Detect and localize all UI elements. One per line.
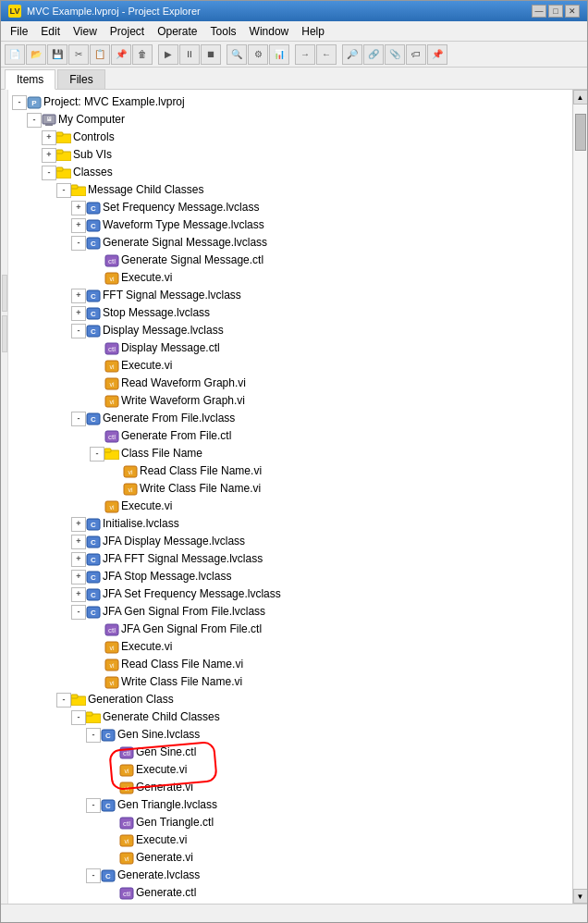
expand-setfreqmsg[interactable]: +: [71, 201, 86, 215]
tree-row-generate-ctl[interactable]: ctl Generate.ctl: [8, 884, 572, 902]
tree-row-stopmsg[interactable]: + C Stop Message.lvclass: [8, 304, 572, 322]
tree-row-gentri[interactable]: - C Gen Triangle.lvclass: [8, 796, 572, 814]
expand-genformfile[interactable]: -: [71, 412, 86, 426]
menu-project[interactable]: Project: [104, 23, 150, 40]
expand-gensine[interactable]: -: [86, 728, 101, 743]
menu-edit[interactable]: Edit: [35, 23, 66, 40]
toolbar-btn-9[interactable]: ⚙: [248, 44, 268, 65]
tree-row-dispmsg[interactable]: - C Display Message.lvclass: [8, 322, 572, 339]
expand-mycomputer[interactable]: -: [27, 113, 42, 128]
tree-row-jfagenfile-ctl[interactable]: ctl JFA Gen Signal From File.ctl: [8, 621, 572, 638]
expand-dispmsg[interactable]: -: [71, 324, 86, 338]
menu-help[interactable]: Help: [296, 23, 330, 40]
tree-row-generate-vi[interactable]: vi Generate.vi: [8, 902, 572, 904]
tree-row-gensignalmsg[interactable]: - C Generate Signal Message.lvclass: [8, 234, 572, 252]
tree-row-mycomputer[interactable]: - 🖥 My Computer: [8, 111, 572, 129]
tree-row-dispmsg-exec[interactable]: vi Execute.vi: [8, 357, 572, 375]
tree-row-genchildclasses[interactable]: - Generate Child Classes: [8, 708, 572, 726]
tree-row-jfadispmsg[interactable]: + C JFA Display Message.lvclass: [8, 533, 572, 550]
tree-row-dispmsg-readwf[interactable]: vi Read Waveform Graph.vi: [8, 375, 572, 392]
tree-row-gensine-ctl[interactable]: ctl Gen Sine.ctl: [8, 744, 572, 761]
expand-gentri[interactable]: -: [86, 798, 101, 813]
tree-row-gensine-gen[interactable]: vi Generate.vi: [8, 779, 572, 796]
menu-view[interactable]: View: [67, 23, 103, 40]
expand-jfagenfile[interactable]: -: [71, 605, 86, 620]
tree-row-classfilename[interactable]: - Class File Name: [8, 445, 572, 462]
left-handle-2[interactable]: [2, 315, 7, 352]
maximize-button[interactable]: □: [548, 5, 563, 18]
toolbar-btn-11[interactable]: →: [295, 44, 315, 65]
menu-tools[interactable]: Tools: [205, 23, 242, 40]
tree-row-fftsignalmsg[interactable]: + C FFT Signal Message.lvclass: [8, 287, 572, 304]
tree-row-dispmsg-writewf[interactable]: vi Write Waveform Graph.vi: [8, 392, 572, 410]
expand-msgchildclasses[interactable]: -: [56, 183, 71, 198]
scroll-up-button[interactable]: ▲: [573, 90, 588, 105]
toolbar-btn-5[interactable]: ▶: [158, 44, 178, 65]
tree-row-controls[interactable]: + Controls: [8, 129, 572, 146]
toolbar-btn-7[interactable]: ⏹: [201, 44, 221, 65]
tree-row-genclass[interactable]: - Generation Class: [8, 691, 572, 708]
tree-row-dispmsg-ctl[interactable]: ctl Display Message.ctl: [8, 339, 572, 357]
tree-row-gensignalmsg-vi[interactable]: vi Execute.vi: [8, 269, 572, 287]
tab-files[interactable]: Files: [57, 69, 104, 89]
menu-file[interactable]: File: [5, 23, 33, 40]
close-button[interactable]: ✕: [565, 5, 580, 18]
tree-row-genformfile-exec[interactable]: vi Execute.vi: [8, 498, 572, 515]
tree-row-genformfile-ctl[interactable]: ctl Generate From File.ctl: [8, 427, 572, 445]
tree-row-msgchildclasses[interactable]: - Message Child Classes: [8, 181, 572, 199]
menu-window[interactable]: Window: [244, 23, 295, 40]
toolbar-save-button[interactable]: 💾: [47, 44, 67, 65]
toolbar-btn-16[interactable]: 🏷: [406, 44, 426, 65]
tree-row-gentri-gen[interactable]: vi Generate.vi: [8, 849, 572, 867]
toolbar-delete-button[interactable]: 🗑: [132, 44, 153, 65]
expand-project[interactable]: -: [12, 95, 27, 110]
tree-row-project[interactable]: - P Project: MVC Example.lvproj: [8, 93, 572, 111]
expand-jfasetfreqmsg[interactable]: +: [71, 587, 86, 602]
toolbar-btn-13[interactable]: 🔎: [342, 44, 362, 65]
expand-subvis[interactable]: +: [42, 148, 56, 163]
tree-row-gensignalmsg-ctl[interactable]: ctl Generate Signal Message.ctl: [8, 252, 572, 269]
toolbar-new-button[interactable]: 📄: [5, 44, 25, 65]
expand-waveformtypemsg[interactable]: +: [71, 218, 86, 233]
tree-row-classes[interactable]: - Classes: [8, 164, 572, 181]
toolbar-cut-button[interactable]: ✂: [68, 44, 89, 65]
left-handle-1[interactable]: [2, 275, 7, 312]
tree-row-jfagenfile-readcfn[interactable]: vi Read Class File Name.vi: [8, 656, 572, 673]
menu-operate[interactable]: Operate: [152, 23, 202, 40]
tree-row-jfagenfile-writecfn[interactable]: vi Write Class File Name.vi: [8, 673, 572, 691]
scroll-thumb[interactable]: [575, 114, 586, 151]
expand-controls[interactable]: +: [42, 130, 56, 145]
tree-row-gensine[interactable]: - C Gen Sine.lvclass: [8, 726, 572, 744]
tree-row-gentri-exec[interactable]: vi Execute.vi: [8, 831, 572, 849]
toolbar-copy-button[interactable]: 📋: [90, 44, 110, 65]
toolbar-btn-10[interactable]: 📊: [269, 44, 289, 65]
toolbar-btn-17[interactable]: 📌: [427, 44, 447, 65]
toolbar-btn-14[interactable]: 🔗: [363, 44, 384, 65]
tree-row-generate-class[interactable]: - C Generate.lvclass: [8, 867, 572, 884]
tree-row-jfasetfreqmsg[interactable]: + C JFA Set Frequency Message.lvclass: [8, 585, 572, 603]
expand-jfafftmsg[interactable]: +: [71, 552, 86, 567]
tree-row-jfastopmsg[interactable]: + C JFA Stop Message.lvclass: [8, 568, 572, 585]
tree-row-jfafftmsg[interactable]: + C JFA FFT Signal Message.lvclass: [8, 550, 572, 568]
toolbar-btn-12[interactable]: ←: [316, 44, 337, 65]
tree-row-jfagenfile-exec[interactable]: vi Execute.vi: [8, 638, 572, 656]
expand-initialise[interactable]: +: [71, 517, 86, 532]
expand-classes[interactable]: -: [42, 166, 56, 180]
toolbar-btn-15[interactable]: 📎: [385, 44, 405, 65]
tree-row-waveformtypemsg[interactable]: + C Waveform Type Message.lvclass: [8, 216, 572, 234]
tree-row-gensine-exec[interactable]: vi Execute.vi: [8, 761, 572, 779]
expand-jfadispmsg[interactable]: +: [71, 535, 86, 549]
minimize-button[interactable]: —: [532, 5, 546, 18]
expand-generate-class[interactable]: -: [86, 868, 101, 883]
toolbar-open-button[interactable]: 📂: [26, 44, 46, 65]
tree-row-gentri-ctl[interactable]: ctl Gen Triangle.ctl: [8, 814, 572, 831]
tree-row-classfilename-write[interactable]: vi Write Class File Name.vi: [8, 480, 572, 498]
tree-row-subvis[interactable]: + Sub VIs: [8, 146, 572, 164]
expand-classfilename[interactable]: -: [90, 447, 104, 462]
toolbar-btn-8[interactable]: 🔍: [227, 44, 247, 65]
expand-gensignalmsg[interactable]: -: [71, 236, 86, 251]
tree-row-initialise[interactable]: + C Initialise.lvclass: [8, 515, 572, 533]
expand-jfastopmsg[interactable]: +: [71, 570, 86, 585]
scroll-down-button[interactable]: ▼: [573, 889, 588, 904]
tree-row-genformfile[interactable]: - C Generate From File.lvclass: [8, 410, 572, 427]
